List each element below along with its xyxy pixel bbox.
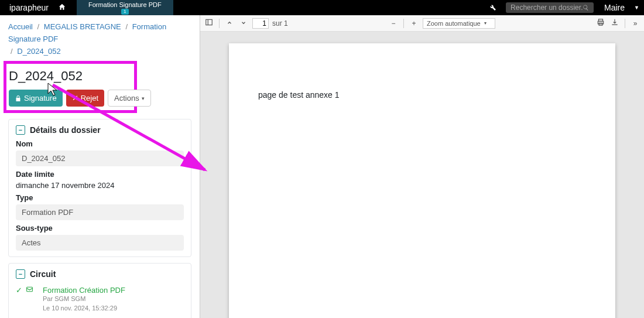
tab-badge: 1	[121, 9, 128, 15]
page-total: sur 1	[272, 19, 288, 28]
field-value: dimanche 17 novembre 2024	[16, 181, 184, 190]
pdf-viewer: sur 1 − + Zoom automatique ▾ » page de t…	[200, 15, 644, 318]
zoom-select[interactable]: Zoom automatique ▾	[423, 18, 495, 29]
username: Maire	[602, 3, 627, 12]
user-menu[interactable]: Maire	[598, 3, 631, 12]
zoom-out-icon[interactable]: −	[388, 19, 399, 28]
reject-button[interactable]: ✕ Rejet	[66, 90, 104, 107]
left-pane: Accueil / MEGALIS BRETAGNE / Formation S…	[0, 15, 200, 318]
breadcrumb-item[interactable]: MEGALIS BRETAGNE	[44, 22, 121, 31]
svg-rect-0	[27, 288, 33, 292]
tab-dossier[interactable]: Formation Signature PDF 1	[77, 0, 173, 15]
pdf-page: page de test annexe 1	[229, 43, 615, 318]
field-label: Nom	[16, 139, 184, 148]
topbar: iparapheur Formation Signature PDF 1 Mai…	[0, 0, 644, 15]
collapse-icon[interactable]: −	[16, 125, 25, 135]
page-up-icon[interactable]	[224, 19, 235, 28]
sidebar-toggle-icon[interactable]	[204, 18, 214, 28]
breadcrumb: Accueil / MEGALIS BRETAGNE / Formation S…	[8, 21, 191, 57]
signature-icon	[15, 95, 22, 102]
search-icon	[583, 4, 589, 11]
field-label: Sous-type	[16, 224, 184, 232]
page-input[interactable]	[252, 18, 269, 29]
circuit-step-date: Le 10 nov. 2024, 15:32:29	[43, 304, 125, 313]
field-value: Formation PDF	[16, 204, 184, 220]
caret-down-icon[interactable]: ▼	[631, 5, 639, 11]
collapse-icon[interactable]: −	[16, 269, 25, 279]
pdf-body[interactable]: page de test annexe 1	[200, 32, 644, 318]
download-icon[interactable]	[609, 18, 620, 28]
circuit-step-by: Par SGM SGM	[43, 295, 125, 303]
flag-icon	[26, 286, 33, 295]
details-panel: − Détails du dossier Nom D_2024_052 Date…	[8, 119, 191, 257]
home-icon[interactable]	[53, 3, 71, 13]
search-box[interactable]	[506, 2, 594, 13]
field-value: Actes	[16, 235, 184, 251]
field-label: Type	[16, 193, 184, 202]
field-value: D_2024_052	[16, 151, 184, 166]
svg-rect-3	[206, 19, 213, 25]
annotation-highlight-box: D_2024_052 Signature ✕ Rejet Actions ▾	[4, 61, 137, 113]
actions-dropdown[interactable]: Actions ▾	[108, 90, 151, 107]
tab-label: Formation Signature PDF	[88, 1, 162, 8]
circuit-panel: − Circuit ✓ Formation Création PDF Par S…	[8, 263, 191, 318]
panel-title: Détails du dossier	[30, 125, 101, 135]
circuit-step: ✓ Formation Création PDF Par SGM SGM Le …	[16, 283, 184, 315]
search-input[interactable]	[511, 4, 583, 12]
wrench-icon[interactable]	[484, 3, 501, 13]
print-icon[interactable]	[595, 18, 606, 28]
zoom-in-icon[interactable]: +	[409, 19, 419, 28]
breadcrumb-item[interactable]: Accueil	[8, 22, 33, 31]
signature-button[interactable]: Signature	[9, 90, 63, 107]
caret-down-icon: ▾	[142, 95, 145, 101]
pdf-text-line: page de test annexe 1	[258, 90, 586, 100]
brand: iparapheur	[5, 3, 53, 12]
dossier-title: D_2024_052	[9, 69, 132, 84]
circuit-step-title[interactable]: Formation Création PDF	[43, 286, 125, 295]
close-icon: ✕	[72, 94, 78, 102]
panel-title: Circuit	[30, 269, 56, 279]
pdf-toolbar: sur 1 − + Zoom automatique ▾ »	[200, 15, 644, 32]
page-down-icon[interactable]	[238, 19, 249, 28]
circuit-step: ✓ Formation Visa PDF Par DGS elodie.tess…	[16, 315, 184, 318]
more-icon[interactable]: »	[630, 19, 640, 28]
breadcrumb-item[interactable]: D_2024_052	[17, 47, 60, 56]
field-label: Date limite	[16, 170, 184, 179]
check-icon: ✓	[16, 286, 22, 295]
chevron-down-icon: ▾	[484, 20, 487, 26]
